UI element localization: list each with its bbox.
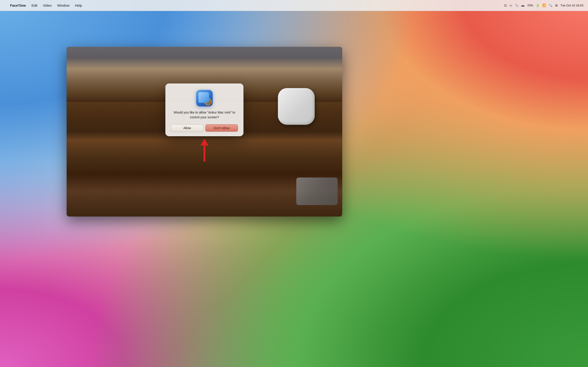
window-menu[interactable]: Window bbox=[57, 3, 69, 7]
facetime-window: Would you like to allow "Ankur Mac mini"… bbox=[67, 47, 342, 217]
control-center-icon[interactable]: ⊞ bbox=[555, 4, 558, 7]
annotation-arrow bbox=[200, 139, 208, 161]
screen-record-icon[interactable]: ⊡ bbox=[504, 4, 507, 7]
search-icon[interactable]: 🔍 bbox=[549, 4, 552, 7]
battery-icon[interactable]: 🔋 bbox=[536, 4, 540, 7]
dont-allow-button[interactable]: Don't Allow bbox=[205, 124, 238, 132]
dialog-button-row: Allow Don't Allow bbox=[171, 124, 238, 132]
dialog-overlay: Would you like to allow "Ankur Mac mini"… bbox=[67, 47, 342, 217]
arrow-shaft bbox=[204, 145, 205, 161]
datetime-display: Tue Oct 10 16:03 bbox=[561, 4, 583, 7]
app-name-menu[interactable]: FaceTime bbox=[10, 3, 26, 7]
wifi-icon[interactable]: 📶 bbox=[542, 4, 546, 7]
clipboard-icon[interactable]: 📎 bbox=[515, 4, 519, 7]
permission-dialog: Would you like to allow "Ankur Mac mini"… bbox=[165, 83, 243, 136]
edit-menu[interactable]: Edit bbox=[32, 3, 37, 7]
allow-button[interactable]: Allow bbox=[171, 124, 204, 132]
display-icon[interactable]: ▭ bbox=[510, 4, 512, 7]
icon-screen bbox=[199, 92, 209, 103]
screen-sharing-icon bbox=[196, 90, 213, 106]
video-menu[interactable]: Video bbox=[43, 3, 52, 7]
menubar: FaceTime Edit Video Window Help ⊡ ▭ 📎 ▬ … bbox=[0, 0, 588, 11]
battery-percent: 70% bbox=[527, 4, 533, 7]
dialog-message: Would you like to allow "Ankur Mac mini"… bbox=[171, 110, 238, 120]
battery-bar-icon[interactable]: ▬ bbox=[521, 4, 524, 7]
arrow-head bbox=[200, 139, 208, 145]
help-menu[interactable]: Help bbox=[75, 3, 82, 7]
